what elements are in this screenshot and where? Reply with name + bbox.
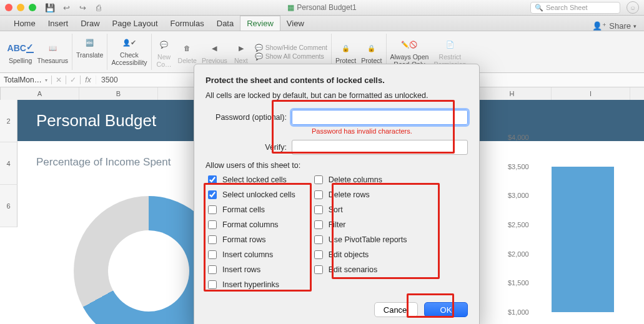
tab-formulas[interactable]: Formulas (164, 16, 211, 31)
permission-use-pivottable-reports[interactable]: Use PivotTable reports (312, 233, 407, 246)
tab-draw[interactable]: Draw (74, 16, 106, 31)
minimize-window-button[interactable] (17, 4, 24, 11)
permission-label: Format rows (222, 235, 265, 244)
column-header[interactable]: H (473, 87, 552, 100)
quick-access-toolbar: 💾 ↩︎ ↪︎ ⎙ (45, 3, 104, 12)
check-accessibility-button[interactable]: 👤✔ Check Accessibility (111, 34, 147, 66)
column-header[interactable]: J (630, 87, 644, 100)
spelling-icon: ABC✓ (12, 39, 29, 57)
permission-label: Edit scenarios (329, 265, 378, 274)
permission-checkbox[interactable] (208, 205, 217, 214)
password-error: Password has invalid characters. (312, 127, 468, 135)
tab-page-layout[interactable]: Page Layout (106, 16, 164, 31)
permission-label: Insert columns (222, 250, 273, 259)
thesaurus-button[interactable]: 📖 Thesaurus (37, 39, 68, 64)
tab-view[interactable]: View (280, 16, 310, 31)
row-headers: 246 (0, 100, 17, 227)
print-icon[interactable]: ⎙ (94, 3, 104, 12)
permission-sort[interactable]: Sort (312, 204, 407, 216)
ok-button[interactable]: OK (424, 302, 468, 317)
permission-insert-rows[interactable]: Insert rows (206, 263, 295, 276)
password-input[interactable] (292, 110, 468, 125)
spelling-button[interactable]: ABC✓ Spelling (9, 39, 32, 64)
next-icon: ▶ (232, 39, 250, 57)
permission-checkbox[interactable] (314, 250, 323, 259)
permission-checkbox[interactable] (208, 265, 217, 274)
window-controls (5, 4, 36, 11)
dialog-subtitle: All cells are locked by default, but can… (206, 91, 468, 100)
search-sheet-input[interactable]: 🔍 Search Sheet (530, 2, 620, 14)
share-button[interactable]: 👤⁺ Share ▾ (592, 21, 637, 31)
permission-checkbox[interactable] (314, 190, 323, 199)
y-tick-label: $3,500 (508, 163, 529, 170)
permission-checkbox[interactable] (208, 280, 217, 289)
tab-review[interactable]: Review (240, 16, 280, 31)
close-window-button[interactable] (5, 4, 12, 11)
new-comment-button[interactable]: 💬 New Co… (156, 36, 173, 68)
show-hide-comment-button[interactable]: 💬Show/Hide Comment (255, 44, 327, 52)
redo-icon[interactable]: ↪︎ (77, 3, 87, 12)
permission-edit-scenarios[interactable]: Edit scenarios (312, 263, 407, 276)
permission-checkbox[interactable] (208, 175, 217, 184)
share-icon: 👤⁺ (592, 21, 607, 31)
tab-home[interactable]: Home (7, 16, 42, 31)
zoom-window-button[interactable] (29, 4, 36, 11)
permission-insert-hyperlinks[interactable]: Insert hyperlinks (206, 278, 295, 291)
column-header[interactable]: A (1, 87, 79, 100)
tab-insert[interactable]: Insert (42, 16, 75, 31)
enter-formula-icon[interactable]: ✓ (66, 76, 81, 84)
excel-icon: ▦ (287, 3, 294, 12)
accessibility-icon: 👤✔ (121, 34, 138, 51)
cancel-formula-icon[interactable]: ✕ (52, 76, 66, 84)
chevron-down-icon: ▾ (633, 23, 637, 29)
permission-checkbox[interactable] (208, 250, 217, 259)
permission-format-cells[interactable]: Format cells (206, 204, 295, 216)
feedback-icon[interactable]: ☺ (627, 1, 639, 14)
y-tick-label: $2,000 (508, 250, 529, 258)
permission-label: Use PivotTable reports (329, 235, 407, 244)
verify-input[interactable] (292, 140, 468, 155)
permission-checkbox[interactable] (208, 235, 217, 244)
row-header[interactable]: 6 (0, 185, 17, 227)
permission-checkbox[interactable] (314, 235, 323, 244)
translate-button[interactable]: 🔤 Translate (76, 34, 103, 59)
protect-sheet-button[interactable]: 🔒 Protect (335, 39, 356, 64)
formula-input[interactable]: 3500 (96, 76, 123, 84)
delete-comment-button[interactable]: 🗑 Delete (178, 39, 197, 64)
permission-delete-columns[interactable]: Delete columns (312, 174, 407, 186)
permission-filter[interactable]: Filter (312, 218, 407, 231)
permission-checkbox[interactable] (314, 220, 323, 229)
comments-icon: 💬 (255, 52, 263, 61)
permission-delete-rows[interactable]: Delete rows (312, 189, 407, 201)
permission-select-locked-cells[interactable]: Select locked cells (206, 174, 295, 186)
permission-checkbox[interactable] (314, 265, 323, 274)
row-header[interactable]: 4 (0, 142, 17, 185)
permission-checkbox[interactable] (314, 175, 323, 184)
permission-insert-columns[interactable]: Insert columns (206, 248, 295, 261)
permission-checkbox[interactable] (314, 205, 323, 214)
next-comment-button[interactable]: ▶ Next (232, 39, 250, 64)
undo-icon[interactable]: ↩︎ (61, 3, 71, 12)
tab-data[interactable]: Data (211, 16, 240, 31)
permission-label: Format columns (222, 220, 279, 229)
permission-label: Insert hyperlinks (222, 280, 279, 289)
protect-sheet-icon: 🔒 (337, 39, 355, 57)
row-header[interactable]: 2 (0, 100, 17, 142)
previous-comment-button[interactable]: ◀ Previous (202, 39, 227, 64)
delete-comment-icon: 🗑 (179, 39, 196, 57)
y-tick-label: $2,500 (508, 221, 529, 228)
permission-edit-objects[interactable]: Edit objects (312, 248, 407, 261)
permission-checkbox[interactable] (208, 220, 217, 229)
name-box[interactable]: TotalMon… ▾ (0, 76, 52, 84)
permission-checkbox[interactable] (208, 190, 217, 199)
protect-workbook-button[interactable]: 🔒 Protect (361, 39, 382, 64)
save-icon[interactable]: 💾 (45, 3, 55, 12)
y-tick-label: $1,500 (508, 279, 529, 287)
permission-format-columns[interactable]: Format columns (206, 218, 295, 231)
show-all-comments-button[interactable]: 💬Show All Comments (255, 52, 327, 61)
permission-select-unlocked-cells[interactable]: Select unlocked cells (206, 189, 295, 201)
column-header[interactable]: I (552, 87, 630, 100)
column-header[interactable]: B (79, 87, 158, 100)
permission-format-rows[interactable]: Format rows (206, 233, 295, 246)
cancel-button[interactable]: Cancel (374, 302, 418, 317)
